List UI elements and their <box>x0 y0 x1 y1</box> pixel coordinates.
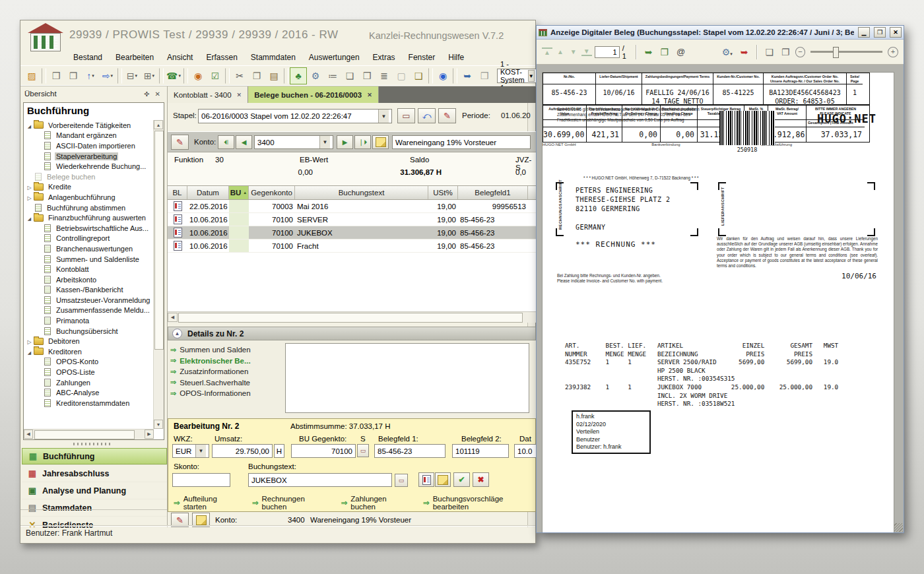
tree-horizontal-scrollbar[interactable]: ◀ ▶ <box>24 429 154 439</box>
tree-item[interactable]: Arbeitskonto <box>24 274 154 285</box>
export-doc-icon[interactable]: ➥ <box>642 47 655 57</box>
beleg-doc-icon[interactable] <box>174 201 182 211</box>
tab-belege-buchen[interactable]: Belege buchen - 06-2016/0003 ✕ <box>248 86 379 103</box>
tree-item[interactable]: Vorbereitende Tätigkeiten <box>24 120 154 131</box>
nav-buchfuehrung[interactable]: ▦ Buchführung <box>22 448 167 464</box>
next-page-icon[interactable]: ▼ <box>568 48 579 55</box>
tree-item[interactable]: Zahlungen <box>24 377 154 388</box>
link-rechnungen-buchen[interactable]: ⇒ Rechnungen buchen <box>252 495 328 511</box>
doc-blank-icon[interactable]: ❒ <box>476 67 493 84</box>
col-datum[interactable]: Datum <box>187 186 229 199</box>
tree-item[interactable]: ASCII-Daten importieren <box>24 141 154 151</box>
konto-name-field[interactable]: Wareneingang 19% Vorsteuer <box>392 135 531 149</box>
scroll-down-icon[interactable]: ▼ <box>154 420 163 429</box>
stapel-import-button[interactable]: ⤺ <box>418 108 436 123</box>
col-gegenkonto[interactable]: Gegenkonto <box>249 186 295 199</box>
beleg-doc-icon[interactable] <box>174 241 182 251</box>
detail-link-elektronischer-beleg[interactable]: ⇒ Elektronischer Be... <box>170 356 282 367</box>
tree-item[interactable]: Betriebswirtschaftliche Aus... <box>24 223 154 234</box>
tree-item[interactable]: Mandant ergänzen <box>24 131 154 141</box>
beleg-doc-icon[interactable] <box>174 228 182 238</box>
tree-item[interactable]: Wiederkehrende Buchung... <box>24 161 154 172</box>
tree-item[interactable]: Buchungsübersicht <box>24 326 154 336</box>
konto-note-button[interactable] <box>372 135 389 149</box>
kost-system-select[interactable]: 1 - KOST-System 1 ▼ <box>497 69 537 83</box>
stapel-select[interactable]: 06-2016/0003 Stapel vom 12.02.20 22:26:4… <box>198 109 392 123</box>
table-horizontal-scrollbar[interactable]: ◀ <box>168 311 536 323</box>
tree-expander-icon[interactable] <box>25 337 34 345</box>
menu-item[interactable]: Extras <box>366 51 402 64</box>
pin-icon[interactable]: ✜ <box>141 90 152 98</box>
detail-link-zusatzinformationen[interactable]: ⇒ Zusatzinformationen <box>170 366 282 377</box>
nav-jahresabschluss[interactable]: ▦ Jahresabschluss <box>22 464 167 482</box>
checklist-icon[interactable]: ☑ <box>207 67 224 84</box>
scroll-right-icon[interactable]: ▶ <box>145 430 154 439</box>
wrench-icon[interactable]: ⚙ <box>307 67 324 84</box>
cancel-button[interactable]: ✖ <box>473 472 489 487</box>
fit-page-icon[interactable]: ❏ <box>763 47 777 57</box>
konto-select[interactable]: 3400 ▼ <box>254 135 333 149</box>
close-button[interactable]: ✕ <box>890 27 902 38</box>
copy-icon[interactable]: ❐ <box>248 67 265 84</box>
link-buchungsvorschlaege-bearbeiten[interactable]: ⇒ Buchungsvorschläge bearbeiten <box>423 495 535 511</box>
tree-item[interactable]: Summen- und Saldenliste <box>24 254 154 265</box>
list-add-icon[interactable]: ≔ <box>324 67 341 84</box>
up-arrow-icon[interactable]: ↑ <box>82 67 99 84</box>
document-icon[interactable]: ❒ <box>358 67 376 84</box>
table-row[interactable]: 22.05.2016 70003 Mai 2016 19,00 99956513 <box>168 200 536 213</box>
toolbar-sep-1[interactable] <box>42 68 46 84</box>
stapel-edit-button[interactable]: ✎ <box>438 108 456 123</box>
page-number-input[interactable] <box>595 46 620 58</box>
confirm-button[interactable]: ✔ <box>453 472 470 487</box>
toolbar-sep-6[interactable] <box>284 68 288 84</box>
zoom-slider-thumb[interactable] <box>833 47 839 58</box>
account-tree-icon[interactable]: ♣ <box>290 67 307 84</box>
tab-close-icon[interactable]: ✕ <box>367 92 372 98</box>
col-belegfeld1[interactable]: Belegfeld1 <box>458 186 528 199</box>
tree-item[interactable]: Branchenauswertungen <box>24 243 154 254</box>
tree-item[interactable]: Belege buchen <box>24 172 154 182</box>
cut-icon[interactable]: ✂ <box>231 67 248 84</box>
toolbar-sep-7[interactable] <box>428 68 433 84</box>
wkz-select[interactable]: EUR ▼ <box>172 444 209 458</box>
doc-export-icon[interactable]: ❑ <box>410 67 427 84</box>
print-icon[interactable]: ❐ <box>657 47 671 57</box>
forward-arrow-icon[interactable]: ⇨ <box>99 67 116 84</box>
col-buchungstext[interactable]: Buchungstext <box>295 186 428 199</box>
previous-page-icon[interactable]: ▲ <box>555 48 566 55</box>
konto-edit-button[interactable]: ✎ <box>171 135 189 150</box>
link-aufteilung-starten[interactable]: ⇒ Aufteilung starten <box>174 495 239 511</box>
chevron-down-icon[interactable]: ▼ <box>195 445 206 457</box>
menu-item[interactable]: Bestand <box>67 51 109 64</box>
tree-item[interactable]: OPOS-Liste <box>24 367 154 377</box>
toolbar-sep-5[interactable] <box>225 68 230 84</box>
tree-item[interactable]: Stapelverarbeitung <box>24 151 154 162</box>
menu-item[interactable]: Erfassen <box>199 51 244 64</box>
last-page-icon[interactable]: ▼ <box>581 48 592 56</box>
chevron-down-icon[interactable]: ▼ <box>319 136 330 148</box>
tree-vertical-scrollbar[interactable]: ▲ ▼ <box>153 120 164 429</box>
maximize-button[interactable]: ❒ <box>874 27 886 38</box>
tree-item[interactable]: Debitoren <box>24 336 154 346</box>
menu-item[interactable]: Bearbeiten <box>109 51 160 64</box>
table-row[interactable]: 10.06.2016 70100 JUKEBOX 19,00 85-456-23 <box>168 226 536 239</box>
phone-icon[interactable]: ☎ <box>165 67 182 84</box>
tree-item[interactable]: Primanota <box>24 315 154 326</box>
print-icon[interactable]: ❐ <box>65 67 82 84</box>
tree-item[interactable]: Finanzbuchführung auswerten <box>24 212 154 223</box>
toolbar-sep-3[interactable] <box>159 68 164 84</box>
skonto-field[interactable] <box>172 473 230 487</box>
col-ust[interactable]: USt% <box>428 186 458 199</box>
gegenkonto-field[interactable]: 70100 <box>291 444 356 458</box>
nav-stammdaten[interactable]: ▤ Stammdaten <box>22 499 167 516</box>
beleg-doc-icon[interactable] <box>174 214 182 224</box>
tree-expander-icon[interactable] <box>25 121 34 129</box>
doc-forward-icon[interactable]: ➥ <box>459 67 476 84</box>
scroll-left-icon[interactable]: ◀ <box>24 430 33 439</box>
last-record-button[interactable]: ❘⏵ <box>354 135 371 149</box>
detail-link-opos-informationen[interactable]: ⇒ OPOS-Informationen <box>170 388 282 399</box>
digital-document-button[interactable] <box>418 472 434 487</box>
panel-splitter[interactable] <box>73 443 113 445</box>
settings-wrench-icon[interactable]: ⚙▾ <box>719 47 735 57</box>
toolbar-sep-4[interactable] <box>183 68 188 84</box>
